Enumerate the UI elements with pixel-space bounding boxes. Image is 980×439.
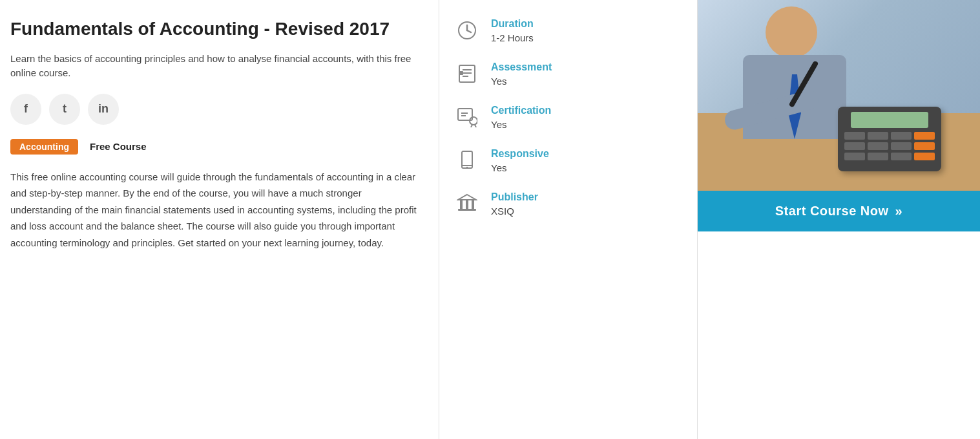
svg-rect-22 bbox=[458, 209, 476, 211]
right-column: Start Course Now » bbox=[698, 0, 980, 439]
twitter-button[interactable]: t bbox=[49, 94, 80, 125]
start-course-button[interactable]: Start Course Now » bbox=[698, 191, 980, 231]
free-course-label: Free Course bbox=[90, 141, 147, 152]
calculator-figure bbox=[838, 107, 941, 171]
publisher-value: XSIQ bbox=[491, 206, 538, 217]
social-icons-group: f t in bbox=[10, 94, 418, 125]
middle-column: Duration 1-2 Hours Assessment Yes bbox=[439, 0, 698, 439]
publisher-info: Publisher XSIQ bbox=[491, 191, 538, 217]
assessment-icon bbox=[455, 61, 479, 86]
svg-rect-7 bbox=[459, 71, 463, 75]
left-column: Fundamentals of Accounting - Revised 201… bbox=[0, 0, 439, 439]
svg-rect-21 bbox=[472, 200, 474, 209]
assessment-info: Assessment Yes bbox=[491, 61, 552, 87]
course-image bbox=[698, 0, 980, 191]
svg-rect-20 bbox=[466, 200, 468, 209]
duration-value: 1-2 Hours bbox=[491, 32, 534, 43]
responsive-value: Yes bbox=[491, 162, 549, 173]
certification-value: Yes bbox=[491, 119, 551, 130]
clock-icon bbox=[455, 18, 479, 43]
svg-rect-19 bbox=[460, 200, 463, 209]
duration-info: Duration 1-2 Hours bbox=[491, 18, 534, 43]
responsive-info: Responsive Yes bbox=[491, 148, 549, 173]
publisher-label: Publisher bbox=[491, 191, 538, 203]
svg-line-10 bbox=[471, 125, 472, 127]
responsive-label: Responsive bbox=[491, 148, 549, 160]
certification-info: Certification Yes bbox=[491, 105, 551, 130]
publisher-row: Publisher XSIQ bbox=[455, 191, 682, 217]
assessment-row: Assessment Yes bbox=[455, 61, 682, 87]
tags-row: Accounting Free Course bbox=[10, 139, 418, 155]
chevron-icon: » bbox=[895, 204, 903, 219]
assessment-value: Yes bbox=[491, 76, 552, 87]
certification-icon bbox=[455, 105, 479, 129]
head-figure bbox=[766, 6, 817, 58]
responsive-icon bbox=[455, 148, 479, 173]
course-title: Fundamentals of Accounting - Revised 201… bbox=[10, 18, 418, 40]
svg-line-11 bbox=[475, 125, 476, 127]
certification-label: Certification bbox=[491, 105, 551, 116]
duration-row: Duration 1-2 Hours bbox=[455, 18, 682, 43]
publisher-icon bbox=[455, 191, 479, 216]
svg-point-16 bbox=[466, 167, 468, 168]
certification-row: Certification Yes bbox=[455, 105, 682, 130]
category-tag[interactable]: Accounting bbox=[10, 139, 78, 155]
start-course-label: Start Course Now bbox=[775, 204, 889, 219]
assessment-label: Assessment bbox=[491, 61, 552, 73]
duration-label: Duration bbox=[491, 18, 534, 30]
linkedin-button[interactable]: in bbox=[88, 94, 119, 125]
page-wrapper: Fundamentals of Accounting - Revised 201… bbox=[0, 0, 980, 439]
course-long-description: This free online accounting course will … bbox=[10, 169, 418, 252]
responsive-row: Responsive Yes bbox=[455, 148, 682, 173]
facebook-button[interactable]: f bbox=[10, 94, 41, 125]
svg-line-2 bbox=[467, 30, 471, 32]
course-short-description: Learn the basics of accounting principle… bbox=[10, 52, 418, 81]
svg-marker-18 bbox=[458, 195, 476, 200]
